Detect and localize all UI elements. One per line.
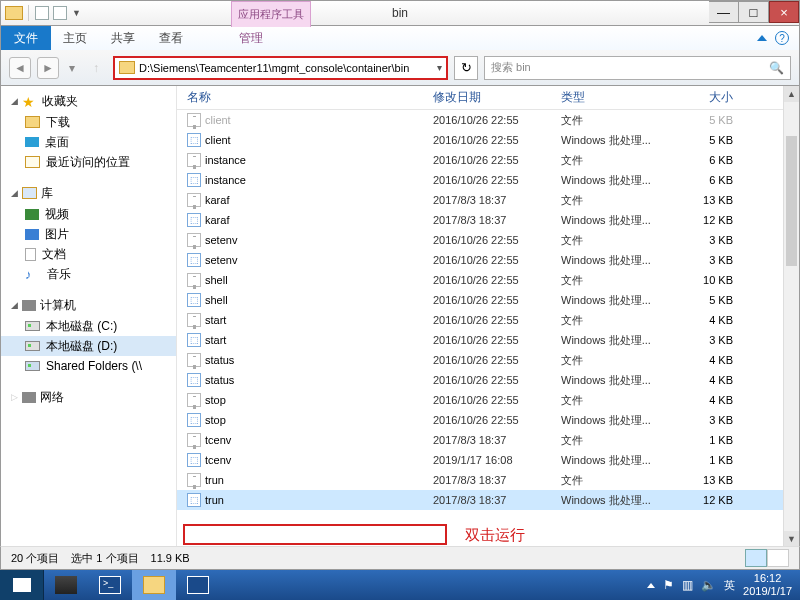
windows-logo-icon bbox=[13, 578, 31, 592]
nav-forward-button[interactable]: ► bbox=[37, 57, 59, 79]
file-row[interactable]: status2016/10/26 22:55Windows 批处理...4 KB bbox=[177, 370, 799, 390]
nav-back-button[interactable]: ◄ bbox=[9, 57, 31, 79]
nav-desktop[interactable]: 桌面 bbox=[1, 132, 176, 152]
scroll-thumb[interactable] bbox=[786, 136, 797, 266]
file-row[interactable]: instance2016/10/26 22:55Windows 批处理...6 … bbox=[177, 170, 799, 190]
tray-overflow-icon[interactable] bbox=[647, 583, 655, 588]
tab-share[interactable]: 共享 bbox=[99, 26, 147, 50]
close-button[interactable]: × bbox=[769, 1, 799, 23]
tab-view[interactable]: 查看 bbox=[147, 26, 195, 50]
file-name: tcenv bbox=[205, 434, 231, 446]
minimize-button[interactable]: — bbox=[709, 1, 739, 23]
taskbar-powershell[interactable]: >_ bbox=[88, 570, 132, 600]
file-row[interactable]: tcenv2019/1/17 16:08Windows 批处理...1 KB bbox=[177, 450, 799, 470]
window-titlebar: ▼ 应用程序工具 bin — □ × bbox=[0, 0, 800, 26]
file-row[interactable]: client2016/10/26 22:55文件5 KB bbox=[177, 110, 799, 130]
nav-shared-folders[interactable]: Shared Folders (\\ bbox=[1, 356, 176, 376]
help-icon[interactable]: ? bbox=[775, 31, 789, 45]
ribbon-collapse-icon[interactable] bbox=[757, 35, 767, 41]
file-icon bbox=[187, 233, 201, 247]
start-button[interactable] bbox=[0, 570, 44, 600]
batch-file-icon bbox=[187, 373, 201, 387]
col-name[interactable]: 名称 bbox=[177, 89, 433, 106]
nav-computer-header[interactable]: ◢计算机 bbox=[1, 294, 176, 316]
address-bar[interactable]: D:\Siemens\Teamcenter11\mgmt_console\con… bbox=[113, 56, 448, 80]
file-row[interactable]: setenv2016/10/26 22:55Windows 批处理...3 KB bbox=[177, 250, 799, 270]
file-row[interactable]: karaf2017/8/3 18:37文件13 KB bbox=[177, 190, 799, 210]
file-row[interactable]: setenv2016/10/26 22:55文件3 KB bbox=[177, 230, 799, 250]
qat-newfolder-icon[interactable] bbox=[53, 6, 67, 20]
file-row[interactable]: trun2017/8/3 18:37Windows 批处理...12 KB bbox=[177, 490, 799, 510]
col-size[interactable]: 大小 bbox=[681, 89, 743, 106]
view-large-icons-button[interactable] bbox=[767, 549, 789, 567]
nav-favorites-header[interactable]: ◢★收藏夹 bbox=[1, 90, 176, 112]
scroll-up-icon[interactable]: ▲ bbox=[784, 86, 799, 102]
search-placeholder: 搜索 bin bbox=[491, 60, 531, 75]
file-row[interactable]: stop2016/10/26 22:55文件4 KB bbox=[177, 390, 799, 410]
file-size: 13 KB bbox=[681, 194, 743, 206]
file-row[interactable]: status2016/10/26 22:55文件4 KB bbox=[177, 350, 799, 370]
tab-file[interactable]: 文件 bbox=[1, 26, 51, 50]
tab-manage[interactable]: 管理 bbox=[227, 26, 275, 50]
file-name: tcenv bbox=[205, 454, 231, 466]
file-size: 4 KB bbox=[681, 394, 743, 406]
view-details-button[interactable] bbox=[745, 549, 767, 567]
file-row[interactable]: tcenv2017/8/3 18:37文件1 KB bbox=[177, 430, 799, 450]
file-row[interactable]: client2016/10/26 22:55Windows 批处理...5 KB bbox=[177, 130, 799, 150]
taskbar-app[interactable] bbox=[176, 570, 220, 600]
scroll-down-icon[interactable]: ▼ bbox=[784, 531, 799, 547]
tab-home[interactable]: 主页 bbox=[51, 26, 99, 50]
search-input[interactable]: 搜索 bin 🔍 bbox=[484, 56, 791, 80]
nav-drive-c[interactable]: 本地磁盘 (C:) bbox=[1, 316, 176, 336]
file-row[interactable]: stop2016/10/26 22:55Windows 批处理...3 KB bbox=[177, 410, 799, 430]
tray-network-icon[interactable]: ▥ bbox=[682, 578, 693, 592]
tray-flag-icon[interactable]: ⚑ bbox=[663, 578, 674, 592]
nav-drive-d[interactable]: 本地磁盘 (D:) bbox=[1, 336, 176, 356]
taskbar-explorer[interactable] bbox=[132, 570, 176, 600]
taskbar-server-manager[interactable] bbox=[44, 570, 88, 600]
file-row[interactable]: start2016/10/26 22:55Windows 批处理...3 KB bbox=[177, 330, 799, 350]
tray-clock[interactable]: 16:12 2019/1/17 bbox=[743, 572, 792, 598]
address-dropdown-icon[interactable]: ▾ bbox=[437, 62, 442, 73]
nav-videos[interactable]: 视频 bbox=[1, 204, 176, 224]
batch-file-icon bbox=[187, 293, 201, 307]
file-icon bbox=[187, 473, 201, 487]
tray-volume-icon[interactable]: 🔈 bbox=[701, 578, 716, 592]
batch-file-icon bbox=[187, 213, 201, 227]
nav-up-button[interactable]: ↑ bbox=[85, 57, 107, 79]
refresh-button[interactable]: ↻ bbox=[454, 56, 478, 80]
nav-music[interactable]: ♪音乐 bbox=[1, 264, 176, 284]
tray-ime-lang[interactable]: 英 bbox=[724, 578, 735, 593]
file-row[interactable]: start2016/10/26 22:55文件4 KB bbox=[177, 310, 799, 330]
file-size: 13 KB bbox=[681, 474, 743, 486]
file-date: 2016/10/26 22:55 bbox=[433, 394, 561, 406]
main-area: ◢★收藏夹 下载 桌面 最近访问的位置 ◢库 视频 图片 文档 ♪音乐 ◢计算机… bbox=[0, 86, 800, 548]
file-date: 2016/10/26 22:55 bbox=[433, 334, 561, 346]
file-rows: client2016/10/26 22:55文件5 KBclient2016/1… bbox=[177, 110, 799, 547]
file-type: Windows 批处理... bbox=[561, 133, 681, 148]
address-path: D:\Siemens\Teamcenter11\mgmt_console\con… bbox=[139, 62, 409, 74]
status-item-count: 20 个项目 bbox=[11, 551, 59, 566]
file-size: 4 KB bbox=[681, 374, 743, 386]
file-row[interactable]: instance2016/10/26 22:55文件6 KB bbox=[177, 150, 799, 170]
qat-properties-icon[interactable] bbox=[35, 6, 49, 20]
nav-network-header[interactable]: ▷网络 bbox=[1, 386, 176, 408]
file-name: status bbox=[205, 354, 234, 366]
col-type[interactable]: 类型 bbox=[561, 89, 681, 106]
nav-libraries-header[interactable]: ◢库 bbox=[1, 182, 176, 204]
nav-pictures[interactable]: 图片 bbox=[1, 224, 176, 244]
file-name: instance bbox=[205, 154, 246, 166]
file-row[interactable]: shell2016/10/26 22:55Windows 批处理...5 KB bbox=[177, 290, 799, 310]
file-row[interactable]: shell2016/10/26 22:55文件10 KB bbox=[177, 270, 799, 290]
nav-recent[interactable]: 最近访问的位置 bbox=[1, 152, 176, 172]
nav-downloads[interactable]: 下载 bbox=[1, 112, 176, 132]
annotation-label: 双击运行 bbox=[465, 526, 525, 545]
scrollbar[interactable]: ▲ ▼ bbox=[783, 86, 799, 547]
col-date[interactable]: 修改日期 bbox=[433, 89, 561, 106]
maximize-button[interactable]: □ bbox=[739, 1, 769, 23]
nav-history-icon[interactable]: ▾ bbox=[65, 57, 79, 79]
file-row[interactable]: karaf2017/8/3 18:37Windows 批处理...12 KB bbox=[177, 210, 799, 230]
file-row[interactable]: trun2017/8/3 18:37文件13 KB bbox=[177, 470, 799, 490]
nav-documents[interactable]: 文档 bbox=[1, 244, 176, 264]
status-selection-count: 选中 1 个项目 bbox=[71, 551, 138, 566]
